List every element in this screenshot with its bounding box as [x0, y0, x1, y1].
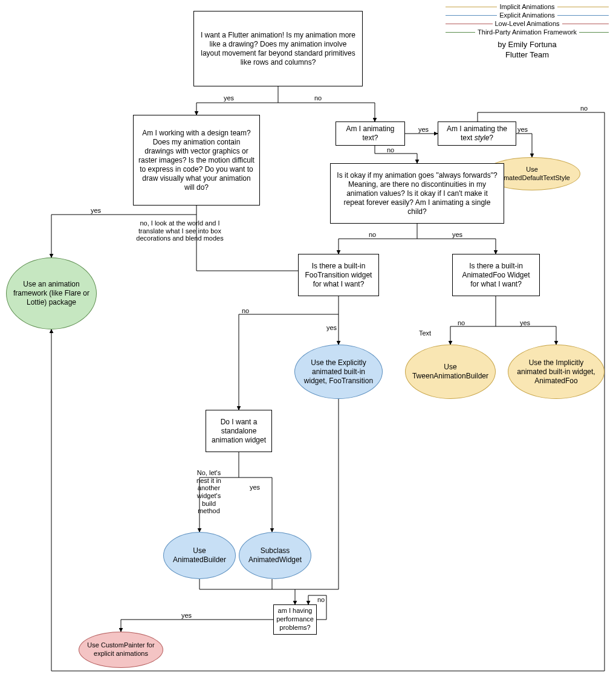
edge-label-no: no	[317, 596, 325, 603]
node-implicit-animatedfoo: Use the Implicitly animated built-in wid…	[508, 345, 605, 399]
node-footransition-question: Is there a built-in FooTransition widget…	[298, 254, 379, 296]
edge-label-no: no	[314, 94, 322, 102]
edge-label-yes: yes	[181, 612, 192, 619]
node-animating-style-question: Am I animating the text style?	[438, 121, 516, 146]
node-animated-builder: Use AnimatedBuilder	[163, 532, 236, 579]
edge-label-yes: yes	[418, 126, 429, 133]
edge-label-yes: yes	[517, 126, 528, 133]
node-always-forwards-question: Is it okay if my animation goes "always …	[330, 163, 504, 224]
edge-label-no: no	[580, 105, 588, 112]
node-performance-question: am I having performance problems?	[273, 604, 317, 635]
node-use-framework: Use an animation framework (like Flare o…	[6, 257, 97, 329]
edge-label-yes: yes	[326, 324, 337, 331]
legend-lowlevel: Low-Level Animations	[446, 19, 609, 28]
node-custom-painter: Use CustomPainter for explicit animation…	[79, 632, 163, 668]
edge-label-no: no	[242, 307, 249, 314]
byline: by Emily Fortuna Flutter Team	[446, 40, 609, 60]
node-design-team-question: Am I working with a design team? Does my…	[133, 115, 260, 206]
diagram-canvas: Implicit Animations Explicit Animations …	[0, 0, 616, 680]
node-explicit-footransition: Use the Explicitly animated built-in wid…	[294, 345, 383, 399]
node-animating-text-question: Am I animating text?	[336, 121, 405, 146]
edge-label-no-nest: No, let's nest it in another widget's bu…	[192, 469, 225, 515]
node-subclass-animated-widget: Subclass AnimatedWidget	[239, 532, 311, 579]
node-tween-animation-builder: Use TweenAnimationBuilder	[405, 345, 496, 399]
edges-layer	[0, 0, 616, 680]
node-root-question: I want a Flutter animation! Is my animat…	[193, 11, 363, 86]
edge-label-yes: yes	[224, 94, 234, 102]
edge-label-yes: yes	[91, 207, 101, 214]
edge-label-yes: yes	[452, 231, 462, 238]
legend-thirdparty: Third-Party Animation Framework	[446, 28, 609, 36]
edge-label-no: no	[458, 319, 465, 326]
edge-label-no: no	[369, 231, 376, 238]
edge-label-yes: yes	[520, 319, 530, 326]
edge-label-text: Text	[419, 329, 431, 337]
edge-label-yes: yes	[250, 484, 260, 491]
edge-label-no: no	[387, 146, 394, 154]
node-standalone-question: Do I want a standalone animation widget	[206, 410, 272, 452]
legend: Implicit Animations Explicit Animations …	[446, 2, 609, 36]
node-animatedfoo-question: Is there a built-in AnimatedFoo Widget f…	[452, 254, 540, 296]
legend-explicit: Explicit Animations	[446, 11, 609, 19]
edge-label-no-box-decorations: no, I look at the world and I translate …	[133, 219, 227, 242]
legend-implicit: Implicit Animations	[446, 2, 609, 11]
